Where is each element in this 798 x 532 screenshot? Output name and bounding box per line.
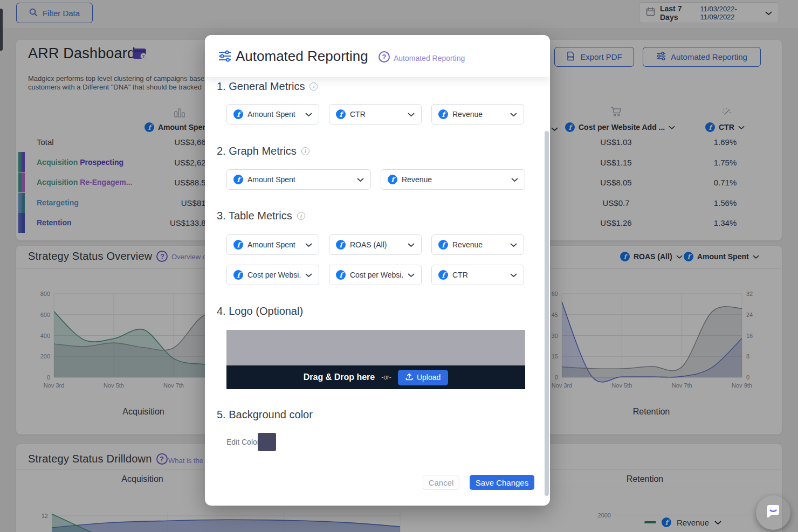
upload-button[interactable]: Upload	[398, 370, 448, 385]
sliders-icon	[218, 50, 231, 64]
facebook-icon: f	[438, 109, 448, 119]
chat-icon	[765, 503, 781, 522]
section-title-text: 2. Graph Metrics	[217, 145, 297, 157]
dropdown-value: Revenue	[402, 175, 507, 184]
general-metric-dropdown-3[interactable]: f Revenue	[431, 104, 524, 125]
modal-header: Automated Reporting ? Automated Reportin…	[205, 35, 550, 77]
app-root: Filter Data Last 7 Days 11/03/2022-11/09…	[0, 0, 798, 532]
chevron-down-icon	[408, 240, 415, 250]
chevron-down-icon	[510, 240, 517, 250]
chevron-down-icon	[305, 270, 312, 280]
modal-title: Automated Reporting	[236, 48, 368, 65]
chat-launcher[interactable]	[756, 495, 790, 530]
dropdown-value: Amount Spent	[247, 175, 353, 184]
graph-metric-dropdown-2[interactable]: f Revenue	[381, 169, 525, 190]
facebook-icon: f	[438, 270, 448, 280]
info-icon[interactable]: i	[309, 82, 318, 91]
logo-upload-dropzone[interactable]: Drag & Drop here -or- Upload	[226, 330, 525, 389]
automated-reporting-modal: Automated Reporting ? Automated Reportin…	[205, 35, 550, 506]
dropdown-value: Cost per Websi...	[247, 271, 301, 279]
dropdown-value: Amount Spent	[247, 110, 301, 119]
facebook-icon: f	[233, 175, 243, 184]
modal-scrollbar[interactable]	[545, 131, 549, 496]
general-metric-dropdown-1[interactable]: f Amount Spent	[226, 104, 319, 125]
upload-bar: Drag & Drop here -or- Upload	[226, 365, 525, 389]
table-metric-dropdown-3[interactable]: f Revenue	[431, 234, 524, 255]
section-background-color: 5. Background color	[217, 409, 313, 421]
facebook-icon: f	[233, 270, 243, 280]
chevron-down-icon	[357, 175, 364, 184]
info-icon[interactable]: i	[301, 147, 309, 155]
section-title-text: 1. General Metrics	[217, 80, 305, 93]
section-logo: 4. Logo (Optional)	[217, 305, 303, 317]
cancel-button[interactable]: Cancel	[423, 475, 459, 490]
facebook-icon: f	[336, 240, 346, 250]
background-color-swatch[interactable]	[258, 433, 276, 451]
info-icon[interactable]: i	[297, 212, 305, 220]
chevron-down-icon	[511, 175, 518, 184]
facebook-icon: f	[336, 109, 346, 119]
save-changes-button[interactable]: Save Changes	[470, 475, 534, 490]
facebook-icon: f	[388, 175, 397, 184]
graph-metric-dropdown-1[interactable]: f Amount Spent	[226, 169, 371, 190]
chevron-down-icon	[408, 270, 415, 280]
general-metric-dropdown-2[interactable]: f CTR	[329, 104, 422, 125]
upload-icon	[405, 373, 413, 382]
table-metric-dropdown-2[interactable]: f ROAS (All)	[329, 234, 422, 255]
or-text: -or-	[381, 374, 391, 381]
chevron-down-icon	[305, 109, 312, 119]
dropdown-value: Cost per Websi...	[350, 271, 403, 279]
section-general-metrics: 1. General Metrics i	[217, 80, 318, 93]
logo-preview-area	[226, 330, 525, 365]
section-title-text: 3. Table Metrics	[217, 210, 292, 222]
chevron-down-icon	[510, 270, 517, 280]
section-table-metrics: 3. Table Metrics i	[217, 210, 305, 222]
modal-help-link[interactable]: Automated Reporting	[394, 54, 465, 63]
facebook-icon: f	[336, 270, 346, 280]
facebook-icon: f	[233, 109, 243, 119]
dropdown-value: ROAS (All)	[350, 240, 403, 249]
section-title-text: 4. Logo (Optional)	[217, 305, 303, 317]
dropdown-value: Amount Spent	[247, 240, 301, 249]
upload-button-label: Upload	[417, 373, 441, 382]
table-metric-dropdown-5[interactable]: f Cost per Websi...	[329, 265, 422, 285]
table-metric-dropdown-4[interactable]: f Cost per Websi...	[226, 265, 319, 285]
dropdown-value: Revenue	[452, 240, 506, 249]
drag-drop-text: Drag & Drop here	[304, 372, 375, 382]
help-icon[interactable]: ?	[379, 51, 390, 63]
section-graph-metrics: 2. Graph Metrics i	[217, 145, 309, 157]
section-title-text: 5. Background color	[217, 409, 313, 421]
dropdown-value: CTR	[452, 271, 506, 279]
dropdown-value: CTR	[350, 110, 403, 119]
chevron-down-icon	[408, 109, 415, 119]
dropdown-value: Revenue	[452, 110, 506, 119]
facebook-icon: f	[438, 240, 448, 250]
chevron-down-icon	[305, 240, 312, 250]
chevron-down-icon	[510, 109, 517, 119]
table-metric-dropdown-6[interactable]: f CTR	[431, 265, 524, 285]
edit-color-label: Edit Color:	[226, 438, 262, 446]
facebook-icon: f	[233, 240, 243, 250]
table-metric-dropdown-1[interactable]: f Amount Spent	[226, 234, 319, 255]
